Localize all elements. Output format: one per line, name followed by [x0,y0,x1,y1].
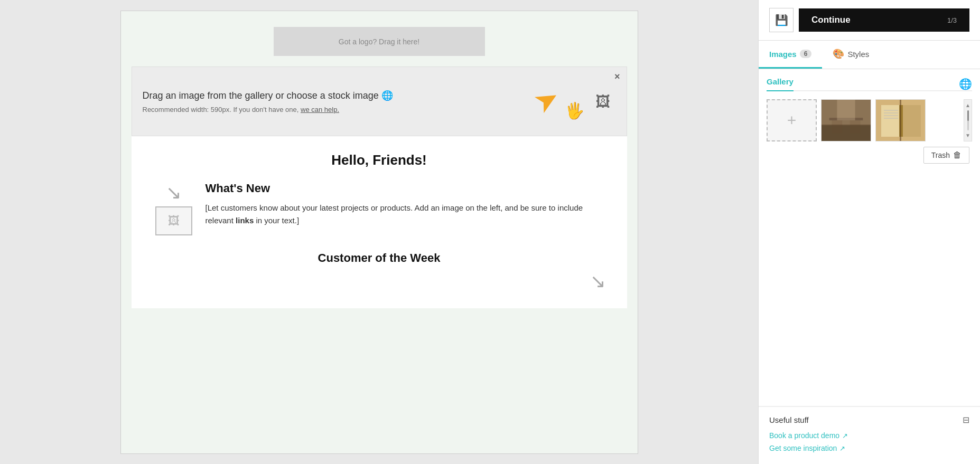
tab-images-label: Images [769,50,797,59]
book-thumb-image [876,100,925,141]
coffee-thumb-image [822,100,871,141]
close-button[interactable]: × [614,71,620,82]
text-content-block: What's New [Let customers know about you… [206,182,606,227]
image-drag-main-text: Drag an image from the gallery or choose… [143,90,531,101]
book-demo-link[interactable]: Book a product demo ↗ [769,431,969,440]
img-placeholder-box[interactable]: 🖼 [155,206,192,235]
svg-rect-7 [881,105,900,137]
scroll-thumb [967,110,969,121]
what-new-body: [Let customers know about your latest pr… [206,202,606,227]
continue-label: Continue [811,15,851,25]
content-section: Hello, Friends! ↙ 🖼 What's New [Let cust… [132,136,627,308]
image-drag-text-block: Drag an image from the gallery or choose… [143,90,531,113]
tab-images-count: 6 [800,50,812,58]
img-placeholder-icon: 🖼 [168,214,180,228]
save-button[interactable]: 💾 [769,8,794,32]
useful-stuff-section: Useful stuff ⊟ Book a product demo ↗ Get… [759,406,980,464]
tab-styles[interactable]: 🎨 Styles [822,41,880,69]
email-canvas: Got a logo? Drag it here! × Drag an imag… [120,11,638,454]
svg-rect-8 [902,105,921,137]
trash-row: Trash 🗑 [767,141,972,164]
svg-rect-9 [899,105,903,137]
gallery-scroll-container: + [767,99,959,141]
hand-cursor-icon: 🖐 [565,101,584,120]
image-drag-area[interactable]: × Drag an image from the gallery or choo… [132,67,627,136]
trash-icon: 🗑 [953,150,962,160]
useful-stuff-header: Useful stuff ⊟ [769,415,969,425]
svg-rect-1 [822,126,871,141]
trash-label: Trash [931,151,950,159]
add-new-icon: + [787,111,797,129]
svg-rect-5 [837,100,855,120]
arrow-hand-illustration: ➤ 🖐 [531,83,584,120]
get-inspiration-link[interactable]: Get some inspiration ↗ [769,444,969,452]
customer-heading: Customer of the Week [153,251,606,265]
book-svg [876,100,925,141]
arrow-down-gray: ↙ [166,182,182,204]
continue-button[interactable]: Continue 1/3 [799,8,969,32]
sidebar-tabs: Images 6 🎨 Styles [759,41,980,69]
canvas-area: Got a logo? Drag it here! × Drag an imag… [0,0,758,464]
svg-rect-4 [850,120,861,133]
external-link-icon-demo: ↗ [842,432,848,440]
tab-styles-label: Styles [847,50,869,59]
logo-placeholder-text: Got a logo? Drag it here! [339,37,419,46]
what-new-section: ↙ 🖼 What's New [Let customers know about… [153,182,606,235]
gallery-grid: + [767,99,972,141]
collapse-icon[interactable]: ⊟ [963,415,969,425]
hello-heading: Hello, Friends! [153,152,606,168]
what-new-heading: What's New [206,182,606,195]
gallery-thumb-book[interactable] [875,99,926,141]
svg-rect-3 [832,120,843,133]
globe-tab-icon[interactable]: 🌐 [959,78,972,90]
scroll-down-arrow[interactable]: ▼ [965,132,970,138]
gallery-panel: Gallery 🌐 + [759,69,980,406]
get-inspiration-label: Get some inspiration [769,444,837,452]
bottom-arrow-gray: ↙ [153,270,606,292]
gallery-tab[interactable]: Gallery [767,77,794,91]
gallery-add-new[interactable]: + [767,99,817,141]
useful-stuff-title: Useful stuff [769,415,809,424]
tab-images[interactable]: Images 6 [759,41,822,69]
external-link-icon-inspiration: ↗ [839,444,845,452]
save-icon: 💾 [775,14,788,26]
right-sidebar: 💾 Continue 1/3 Images 6 🎨 Styles Gallery… [758,0,980,464]
gallery-sub-tabs: Gallery 🌐 [767,77,972,91]
styles-dot-icon: 🎨 [833,48,844,60]
we-can-help-link[interactable]: we can help. [301,106,339,113]
scroll-up-arrow[interactable]: ▲ [965,102,970,108]
book-demo-label: Book a product demo [769,431,839,440]
scroll-track [967,110,969,130]
sidebar-toolbar: 💾 Continue 1/3 [759,0,980,41]
arrow-icon: ➤ [527,79,565,120]
trash-button[interactable]: Trash 🗑 [923,147,969,164]
left-image-placeholder: ↙ 🖼 [153,182,195,235]
logo-drop-zone[interactable]: Got a logo? Drag it here! [274,27,485,56]
gallery-thumb-coffee[interactable] [821,99,871,141]
step-indicator: 1/3 [947,16,957,24]
image-placeholder-icon: 🖼 [590,88,616,115]
coffee-svg [822,100,871,141]
gallery-scrollbar[interactable]: ▲ ▼ [964,99,972,141]
image-drag-sub-text: Recommended width: 590px. If you don't h… [143,106,531,113]
